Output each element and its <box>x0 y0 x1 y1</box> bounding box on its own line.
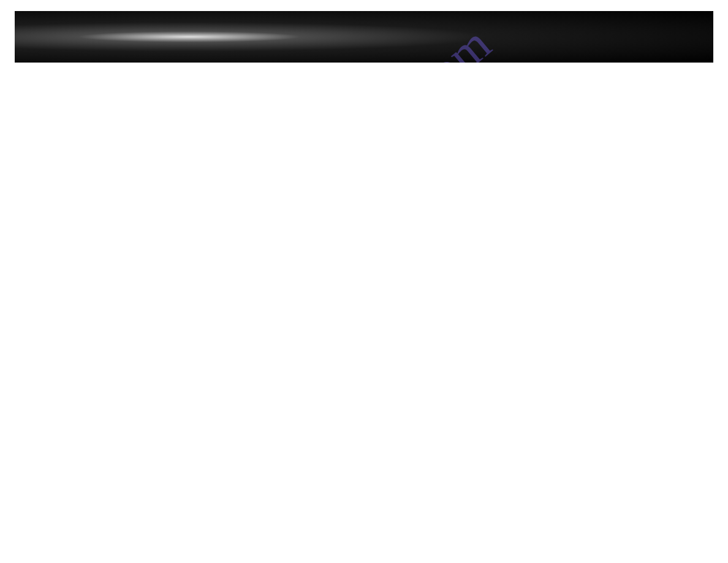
header-banner <box>15 11 713 63</box>
